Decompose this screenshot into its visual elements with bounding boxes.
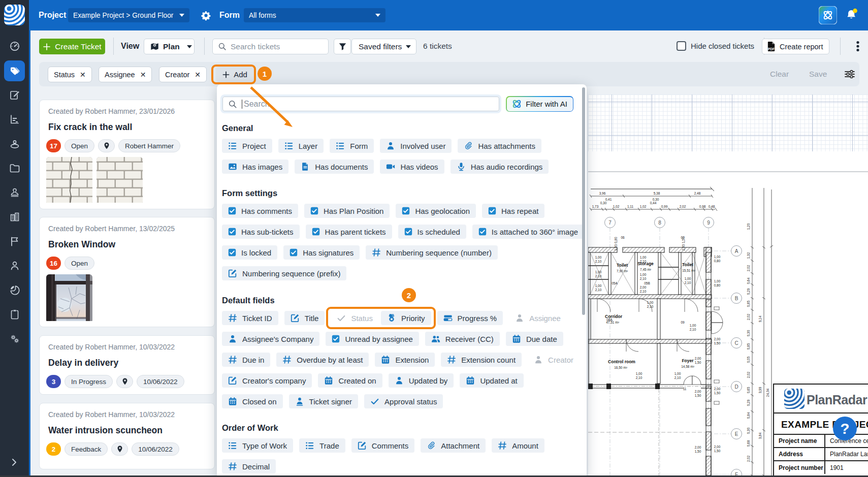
- svg-text:1,50: 1,50: [695, 361, 701, 364]
- svg-text:2,00: 2,00: [714, 337, 721, 341]
- svg-text:0,44: 0,44: [650, 201, 657, 205]
- svg-text:2,10: 2,10: [647, 305, 654, 308]
- svg-text:1,32: 1,32: [747, 252, 750, 259]
- svg-text:1,02: 1,02: [613, 205, 620, 208]
- svg-text:8: 8: [658, 220, 661, 226]
- svg-text:1,50: 1,50: [714, 449, 721, 453]
- svg-text:2,10: 2,10: [674, 376, 681, 379]
- svg-text:11: 11: [683, 387, 687, 391]
- svg-text:7,45 m²: 7,45 m²: [640, 268, 652, 271]
- svg-text:1,50: 1,50: [714, 391, 721, 395]
- svg-text:1,11: 1,11: [627, 205, 634, 208]
- svg-text:0,85: 0,85: [747, 343, 750, 349]
- svg-text:1,00: 1,00: [595, 256, 602, 259]
- svg-text:1,00: 1,00: [636, 372, 642, 375]
- svg-text:Toilet: Toilet: [617, 263, 628, 268]
- svg-text:2,10: 2,10: [640, 277, 647, 280]
- svg-text:0,30: 0,30: [653, 198, 659, 201]
- svg-text:1,00: 1,00: [690, 324, 696, 327]
- svg-text:2,00: 2,00: [640, 285, 647, 289]
- svg-text:7,90 m²: 7,90 m²: [617, 269, 628, 273]
- svg-text:0,80: 0,80: [714, 259, 721, 263]
- svg-text:2,00: 2,00: [695, 357, 701, 360]
- svg-text:1,00 0,80: 1,00 0,80: [614, 237, 618, 250]
- svg-text:14,58 m²: 14,58 m²: [681, 365, 694, 368]
- svg-text:D: D: [734, 384, 738, 390]
- svg-text:2,10: 2,10: [636, 376, 642, 379]
- svg-text:3,96: 3,96: [599, 192, 606, 195]
- svg-text:0,05: 0,05: [747, 356, 750, 363]
- svg-text:3,84: 3,84: [758, 432, 762, 439]
- svg-text:0,65: 0,65: [747, 387, 750, 393]
- svg-text:05B: 05B: [644, 281, 650, 285]
- svg-text:2,02: 2,02: [747, 371, 750, 378]
- svg-text:08A: 08A: [606, 318, 613, 322]
- svg-text:1,00: 1,00: [674, 372, 681, 375]
- svg-text:0,41: 0,41: [605, 198, 612, 201]
- svg-text:0,80: 0,80: [714, 283, 721, 287]
- svg-text:0,99: 0,99: [661, 205, 668, 208]
- svg-text:05A: 05A: [612, 281, 618, 285]
- svg-text:0,30: 0,30: [747, 427, 750, 434]
- svg-text:0,29: 0,29: [747, 288, 750, 295]
- svg-text:2,10: 2,10: [640, 260, 647, 263]
- svg-text:0,30: 0,30: [600, 201, 607, 205]
- svg-text:2,00 1,50: 2,00 1,50: [682, 237, 685, 250]
- svg-text:1,73: 1,73: [592, 205, 599, 208]
- svg-text:06: 06: [621, 236, 625, 239]
- svg-text:1,00: 1,00: [640, 256, 647, 259]
- svg-text:2,00: 2,00: [714, 387, 721, 391]
- svg-text:E: E: [735, 431, 738, 437]
- svg-text:1,50: 1,50: [695, 450, 701, 453]
- svg-text:1,02: 1,02: [640, 205, 647, 208]
- svg-text:24,34: 24,34: [766, 388, 769, 397]
- svg-text:2,02: 2,02: [680, 205, 686, 208]
- svg-text:2,00: 2,00: [695, 446, 701, 449]
- svg-text:2,00: 2,00: [695, 390, 701, 393]
- svg-text:2,48: 2,48: [694, 192, 701, 195]
- svg-text:2,10: 2,10: [595, 260, 602, 263]
- svg-text:9: 9: [707, 220, 710, 226]
- svg-text:1,00: 1,00: [595, 270, 602, 274]
- svg-text:1,50: 1,50: [714, 341, 721, 345]
- svg-text:Toilet: Toilet: [682, 262, 693, 267]
- svg-text:0,68: 0,68: [747, 440, 750, 447]
- svg-text:5,38: 5,38: [654, 192, 660, 195]
- svg-text:0,30: 0,30: [747, 330, 750, 336]
- svg-text:A: A: [735, 248, 738, 254]
- svg-text:Foyer: Foyer: [682, 358, 694, 363]
- svg-text:1,00: 1,00: [647, 301, 654, 304]
- svg-text:C: C: [734, 340, 738, 346]
- svg-text:0,48: 0,48: [709, 205, 715, 208]
- svg-text:2,02: 2,02: [747, 313, 750, 320]
- svg-text:09: 09: [681, 321, 685, 324]
- svg-text:16,50 m²: 16,50 m²: [614, 366, 627, 369]
- svg-text:2,10: 2,10: [595, 274, 602, 278]
- svg-text:9,14: 9,14: [758, 315, 762, 322]
- svg-text:PDF: PDF: [768, 47, 775, 51]
- svg-text:1,00: 1,00: [685, 277, 691, 280]
- svg-text:7: 7: [608, 220, 612, 226]
- svg-text:0,64: 0,64: [747, 277, 750, 284]
- svg-text:1,00: 1,00: [714, 255, 721, 259]
- svg-text:1,00: 1,00: [640, 273, 647, 276]
- svg-text:0,85: 0,85: [747, 300, 750, 307]
- svg-text:1,50: 1,50: [695, 394, 701, 397]
- svg-text:2,02: 2,02: [747, 265, 750, 271]
- svg-text:B: B: [735, 296, 738, 301]
- svg-text:2,10: 2,10: [595, 288, 602, 292]
- svg-text:0,29: 0,29: [747, 399, 750, 406]
- svg-text:3,99: 3,99: [758, 387, 762, 393]
- svg-text:Control room: Control room: [608, 359, 635, 364]
- svg-text:2,00: 2,00: [714, 445, 721, 449]
- svg-text:2,10: 2,10: [685, 281, 691, 284]
- svg-text:2,02: 2,02: [747, 455, 750, 462]
- svg-text:1,00: 1,00: [595, 284, 602, 288]
- svg-text:15,51 m²: 15,51 m²: [682, 269, 695, 272]
- svg-text:2,10: 2,10: [690, 328, 696, 331]
- svg-text:1,20: 1,20: [747, 223, 750, 230]
- svg-text:2,10: 2,10: [640, 290, 647, 293]
- svg-text:0,84: 0,84: [747, 412, 750, 419]
- svg-text:1,00: 1,00: [714, 279, 721, 283]
- svg-text:0,98: 0,98: [699, 205, 706, 208]
